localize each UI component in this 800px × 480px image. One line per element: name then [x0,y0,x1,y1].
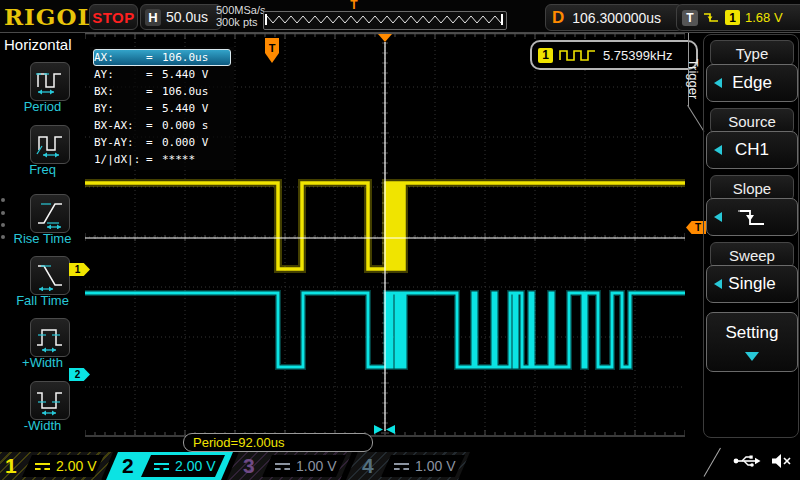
menu-value-type[interactable]: Edge [706,64,798,102]
plus-width-icon [35,323,65,353]
acquisition-info: 500MSa/s 300k pts [216,4,266,28]
horizontal-timebase-box[interactable]: H 50.0us [140,4,222,30]
channel-badge-3[interactable]: 31.00 V [227,452,352,480]
cursor-row-label: AX: [94,50,146,65]
left-menu-button-width[interactable] [30,318,70,357]
cursor-row-eq: = [146,135,162,150]
left-menu-item-label: Fall Time [0,293,85,308]
trigger-menu-tab[interactable]: Trigger [687,49,701,109]
scroll-indicator-dot [1,235,5,239]
menu-value-text: CH1 [735,140,769,160]
freq-channel-chip: 1 [538,48,553,63]
trigger-t-chip: T [682,10,698,26]
fall-time-icon [35,261,65,291]
cursor-row: AX:=106.0us [93,49,231,66]
memory-waveform-icon [264,12,504,27]
measurement-readout: Period=92.00us [183,433,373,452]
trigger-frequency-badge: 1 5.75399kHz [530,40,698,70]
left-menu-item-label: +Width [0,355,85,370]
cursor-row-value: ***** [162,152,195,167]
menu-value-text: Single [728,274,775,294]
cursor-row-eq: = [146,101,162,116]
left-menu-item-label: Rise Time [0,231,85,246]
left-menu-button-risetime[interactable] [30,194,70,233]
channel-scale-box: 1.00 V [381,455,465,477]
minus-width-icon [35,386,65,416]
memory-trigger-position-icon: T [348,0,360,11]
sample-rate: 500MSa/s [216,4,266,16]
cursor-row: BY-AY:=0.000 V [93,134,231,151]
channel-scale-value: 2.00 V [56,458,96,474]
left-menu-title: Horizontal [4,36,72,53]
cursor-row-label: BX: [94,84,146,99]
menu-value-source[interactable]: CH1 [706,131,798,169]
run-state-label: STOP [92,9,135,26]
cursor-row-value: 5.440 V [162,67,208,82]
channel-scale-value: 1.00 V [415,458,455,474]
delay-offset-box[interactable]: D 106.300000us [545,4,683,31]
rigol-logo: RIGOL [4,3,95,30]
timebase-value: 50.0us [166,9,208,25]
freq-icon [35,130,65,160]
cursor-row-value: 106.0us [162,50,208,65]
left-menu-button-width[interactable] [30,381,70,420]
delay-value: 106.300000us [572,10,661,26]
dc-coupling-icon [35,463,50,470]
dc-coupling-icon [154,463,169,470]
chevron-down-icon [745,352,759,361]
channel-number: 3 [243,453,255,479]
menu-value-slope[interactable] [706,198,798,236]
period-icon [35,67,65,97]
chevron-left-icon [714,279,722,289]
memory-depth: 300k pts [216,16,266,28]
setting-button[interactable]: Setting [706,312,798,372]
channel-badge-2[interactable]: 22.00 V [106,452,233,480]
cursor-row-value: 0.000 s [162,118,208,133]
oscilloscope-screen: RIGOL STOP H 50.0us 500MSa/s 300k pts T … [0,0,800,480]
cursor-row: BY:=5.440 V [93,100,231,117]
menu-label-type: Type [710,40,794,66]
trigger-level-value: 1.68 V [745,10,783,25]
scroll-indicator-dot [1,211,5,215]
left-menu-item-label: Freq [0,162,85,177]
cursor-row-label: AY: [94,67,146,82]
cursor-row-eq: = [146,67,162,82]
trigger-status-box[interactable]: T 1 1.68 V [676,4,800,31]
left-menu-item-label: -Width [0,418,85,433]
dc-coupling-icon [275,463,290,470]
cursor-row: 1/|dX|:=***** [93,151,231,168]
cursor-measurement-panel: AX:=106.0usAY:=5.440 VBX:=106.0usBY:=5.4… [90,47,234,170]
status-icons [733,453,792,469]
speaker-muted-icon[interactable] [771,453,792,469]
setting-label: Setting [707,323,797,343]
left-menu-button-period[interactable] [30,62,70,101]
channel-number: 4 [362,453,374,479]
channel-scale-value: 1.00 V [296,458,336,474]
cursor-row-label: BY-AY: [94,135,146,150]
cursor-row-value: 5.440 V [162,101,208,116]
cursor-row: BX-AX:=0.000 s [93,117,231,134]
cursor-row-value: 0.000 V [162,135,208,150]
cursor-row-eq: = [146,152,162,167]
status-area-diagonal [704,448,721,477]
cursor-row: AY:=5.440 V [93,66,231,83]
cursor-row: BX:=106.0us [93,83,231,100]
chevron-left-icon [714,78,722,88]
waveform-memory-preview[interactable] [263,11,507,30]
channel-scale-value: 2.00 V [175,458,215,474]
channel-scale-box: 1.00 V [262,455,346,477]
scroll-indicator-dot [1,223,5,227]
trigger-menu: Setting TypeEdgeSourceCH1SlopeSweepSingl… [704,33,800,445]
run-state-button[interactable]: STOP [89,4,138,30]
cursor-row-label: BX-AX: [94,118,146,133]
left-menu-button-freq[interactable] [30,125,70,164]
channel-badge-4[interactable]: 41.00 V [346,452,470,480]
menu-value-sweep[interactable]: Single [706,265,798,303]
channel-badge-1[interactable]: 12.00 V [0,452,113,480]
cursor-row-value: 106.0us [162,84,208,99]
header-bar: RIGOL STOP H 50.0us 500MSa/s 300k pts T … [0,0,800,32]
left-menu-button-falltime[interactable] [30,256,70,295]
chevron-left-icon [714,145,722,155]
slope-falling-icon [736,204,768,230]
channel-scale-box: 2.00 V [22,455,104,477]
